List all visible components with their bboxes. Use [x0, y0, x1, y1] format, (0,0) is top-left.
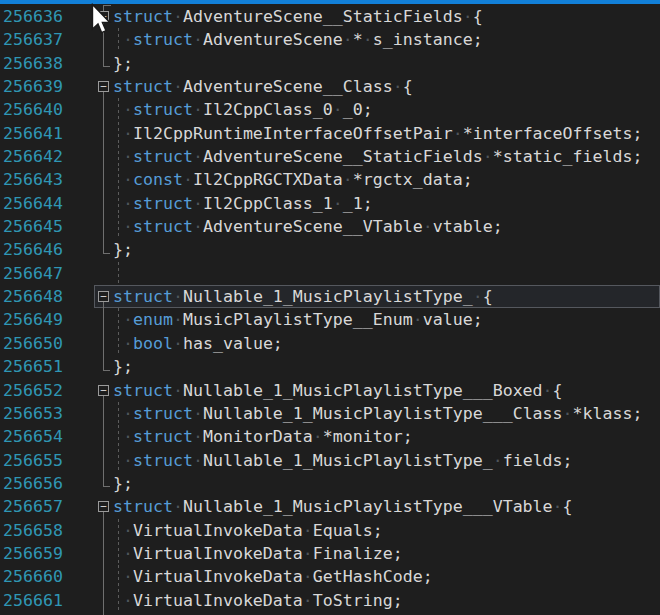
fold-collapse-icon[interactable]: −	[98, 501, 109, 512]
line-number[interactable]: 256658	[0, 519, 62, 542]
fold-scope-line	[103, 238, 104, 252]
fold-collapse-icon[interactable]: −	[98, 81, 109, 92]
line-number[interactable]: 256653	[0, 402, 62, 425]
code-token: _0;	[343, 100, 373, 119]
line-number[interactable]: 256649	[0, 308, 62, 331]
fold-scope-line	[103, 168, 104, 191]
line-number[interactable]: 256645	[0, 215, 62, 238]
code-line[interactable]: 256656};	[0, 472, 660, 495]
line-number[interactable]: 256652	[0, 379, 62, 402]
code-line[interactable]: 256636−struct·AdventureScene__StaticFiel…	[0, 5, 660, 28]
code-text: ·VirtualInvokeData·ToString;	[113, 589, 660, 612]
fold-collapse-icon[interactable]: −	[98, 291, 109, 302]
whitespace-dot: ·	[473, 287, 483, 306]
code-line[interactable]: 256640 ·struct·Il2CppClass_0·_0;	[0, 98, 660, 121]
code-text: ·struct·AdventureScene__VTable·vtable;	[113, 215, 660, 238]
line-number[interactable]: 256655	[0, 449, 62, 472]
line-number[interactable]: 256651	[0, 355, 62, 378]
code-line[interactable]: 256657−struct·Nullable_1_MusicPlaylistTy…	[0, 495, 660, 518]
code-token: };	[113, 54, 133, 73]
code-line[interactable]: 256648−struct·Nullable_1_MusicPlaylistTy…	[0, 285, 660, 308]
code-line[interactable]: 256660 ·VirtualInvokeData·GetHashCode;	[0, 565, 660, 588]
code-token: has_value;	[183, 334, 283, 353]
line-number[interactable]: 256638	[0, 52, 62, 75]
code-line[interactable]: 256650 ·bool·has_value;	[0, 332, 660, 355]
keyword-token: struct	[133, 100, 193, 119]
line-number[interactable]: 256642	[0, 145, 62, 168]
line-number[interactable]: 256644	[0, 192, 62, 215]
line-number[interactable]: 256657	[0, 495, 62, 518]
code-line[interactable]: 256639−struct·AdventureScene__Class·{	[0, 75, 660, 98]
line-number[interactable]: 256661	[0, 589, 62, 612]
token-run: ·struct·Nullable_1_MusicPlaylistType_·fi…	[113, 451, 573, 470]
keyword-token: const	[133, 170, 183, 189]
line-number[interactable]: 256654	[0, 425, 62, 448]
whitespace-dot: ·	[553, 497, 563, 516]
code-line[interactable]: 256642 ·struct·AdventureScene__StaticFie…	[0, 145, 660, 168]
code-token: Finalize;	[313, 544, 403, 563]
line-number[interactable]: 256659	[0, 542, 62, 565]
code-line[interactable]: 256643 ·const·Il2CppRGCTXData·*rgctx_dat…	[0, 168, 660, 191]
whitespace-dot: ·	[483, 147, 493, 166]
fold-margin	[62, 332, 113, 355]
keyword-token: struct	[133, 30, 193, 49]
whitespace-dot: ·	[193, 100, 203, 119]
line-number[interactable]: 256646	[0, 238, 62, 261]
line-number[interactable]: 256637	[0, 28, 62, 51]
line-number[interactable]: 256647	[0, 262, 62, 285]
code-line[interactable]: 256651};	[0, 355, 660, 378]
code-token: AdventureScene__StaticFields	[203, 147, 483, 166]
token-run: ·struct·AdventureScene·*·s_instance;	[113, 30, 483, 49]
code-editor[interactable]: 256636−struct·AdventureScene__StaticFiel…	[0, 0, 660, 615]
line-number[interactable]: 256636	[0, 5, 62, 28]
token-run: struct·AdventureScene__Class·{	[113, 77, 413, 96]
fold-margin	[62, 542, 113, 565]
line-number[interactable]: 256639	[0, 75, 62, 98]
whitespace-dot: ·	[193, 194, 203, 213]
code-line[interactable]: 256646};	[0, 238, 660, 261]
line-number[interactable]: 256643	[0, 168, 62, 191]
code-line[interactable]: 256654 ·struct·MonitorData·*monitor;	[0, 425, 660, 448]
line-number[interactable]: 256650	[0, 332, 62, 355]
code-text: struct·Nullable_1_MusicPlaylistType_·{	[113, 285, 660, 308]
line-number[interactable]: 256660	[0, 565, 62, 588]
fold-scope-line	[103, 402, 104, 425]
token-run: ·struct·Il2CppClass_1·_1;	[113, 194, 373, 213]
token-run: ·const·Il2CppRGCTXData·*rgctx_data;	[113, 170, 473, 189]
whitespace-dot: ·	[173, 310, 183, 329]
code-line[interactable]: 256659 ·VirtualInvokeData·Finalize;	[0, 542, 660, 565]
fold-scope-line	[103, 145, 104, 168]
code-text: };	[113, 472, 660, 495]
fold-scope-line	[103, 542, 104, 565]
code-line[interactable]: 256637 ·struct·AdventureScene·*·s_instan…	[0, 28, 660, 51]
code-line[interactable]: 256641 ·Il2CppRuntimeInterfaceOffsetPair…	[0, 122, 660, 145]
code-line[interactable]: 256658 ·VirtualInvokeData·Equals;	[0, 519, 660, 542]
window-top-accent	[0, 0, 660, 4]
line-number[interactable]: 256656	[0, 472, 62, 495]
code-line[interactable]: 256649 ·enum·MusicPlaylistType__Enum·val…	[0, 308, 660, 331]
fold-collapse-icon[interactable]: −	[98, 11, 109, 22]
code-line[interactable]: 256652−struct·Nullable_1_MusicPlaylistTy…	[0, 379, 660, 402]
code-token: {	[553, 381, 563, 400]
code-token: GetHashCode;	[313, 567, 433, 586]
code-line[interactable]: 256638};	[0, 52, 660, 75]
keyword-token: struct	[113, 287, 173, 306]
code-line[interactable]: 256644 ·struct·Il2CppClass_1·_1;	[0, 192, 660, 215]
code-line[interactable]: 256647	[0, 262, 660, 285]
fold-margin	[62, 519, 113, 542]
fold-scope-line	[103, 425, 104, 448]
fold-margin	[62, 589, 113, 612]
fold-collapse-icon[interactable]: −	[98, 385, 109, 396]
code-line[interactable]: 256645 ·struct·AdventureScene__VTable·vt…	[0, 215, 660, 238]
line-number[interactable]: 256640	[0, 98, 62, 121]
code-line[interactable]: 256661 ·VirtualInvokeData·ToString;	[0, 589, 660, 612]
code-line[interactable]: 256655 ·struct·Nullable_1_MusicPlaylistT…	[0, 449, 660, 472]
line-number[interactable]: 256641	[0, 122, 62, 145]
line-number[interactable]: 256648	[0, 285, 62, 308]
code-line[interactable]: 256653 ·struct·Nullable_1_MusicPlaylistT…	[0, 402, 660, 425]
whitespace-dot: ·	[193, 427, 203, 446]
fold-scope-line	[103, 332, 104, 355]
code-token: Il2CppRuntimeInterfaceOffsetPair	[133, 124, 453, 143]
keyword-token: enum	[133, 310, 173, 329]
fold-scope-end	[103, 66, 110, 67]
